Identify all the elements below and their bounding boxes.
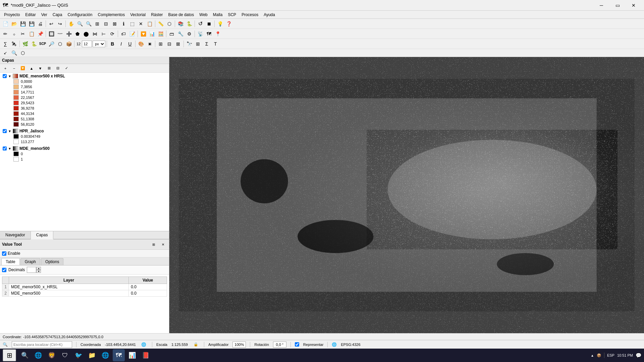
scale-btn[interactable]: ⊞ — [194, 40, 202, 48]
tray-dropbox[interactable]: 📦 — [597, 353, 601, 358]
taskbar-shield[interactable]: 🛡 — [59, 349, 71, 361]
zoom-layer-btn[interactable]: ⊟ — [102, 20, 110, 28]
vt-tab-graph[interactable]: Graph — [20, 258, 40, 265]
layers-remove-btn[interactable]: − — [10, 64, 18, 72]
text-btn[interactable]: T — [211, 40, 219, 48]
layers-select-btn[interactable]: ✓ — [62, 64, 70, 72]
qgis-btn[interactable]: 🌿 — [21, 40, 29, 48]
coord-btn[interactable]: 📍 — [214, 30, 222, 38]
rotacion-input[interactable] — [273, 342, 286, 348]
toolbar4-btn2[interactable]: 🔍 — [10, 49, 18, 57]
cancel-render-btn[interactable]: ⏹ — [205, 20, 213, 28]
plugin5-btn[interactable]: 📦 — [65, 40, 73, 48]
menu-vectorial[interactable]: Vectorial — [127, 11, 148, 18]
tray-notification[interactable]: 💬 — [636, 353, 641, 358]
scp2-btn[interactable]: SCP — [39, 40, 47, 48]
menu-web[interactable]: Web — [197, 11, 210, 18]
toolbar4-btn3[interactable]: ⬡ — [19, 49, 27, 57]
trace-btn[interactable]: 〰 — [56, 30, 64, 38]
help-btn[interactable]: ❓ — [225, 20, 233, 28]
cut-btn[interactable]: ✂ — [19, 30, 27, 38]
scale-lock-btn[interactable]: 🔒 — [192, 341, 200, 349]
save-project-btn[interactable]: 💾 — [19, 20, 27, 28]
menu-ver[interactable]: Ver — [39, 11, 50, 18]
print-btn[interactable]: 🖨 — [36, 20, 44, 28]
vt-close-btn[interactable]: ✕ — [159, 240, 167, 248]
zoom-level-btn[interactable]: 🔭 — [185, 40, 193, 48]
open-project-btn[interactable]: 📂 — [10, 20, 18, 28]
vt-tab-table[interactable]: Table — [1, 258, 20, 265]
layers-up-btn[interactable]: ▲ — [28, 64, 36, 72]
reshape-btn[interactable]: ⟳ — [108, 30, 116, 38]
save-as-btn[interactable]: 💾 — [28, 20, 36, 28]
color2-btn[interactable]: ▣ — [146, 40, 154, 48]
layers-down-btn[interactable]: ▼ — [36, 64, 44, 72]
tray-language[interactable]: ESP — [607, 353, 614, 357]
measure-btn[interactable]: 📏 — [157, 20, 165, 28]
split-btn[interactable]: ⊢ — [100, 30, 108, 38]
menu-editar[interactable]: Editar — [22, 11, 38, 18]
representar-checkbox[interactable] — [295, 342, 299, 347]
zoom-full-btn[interactable]: ⊞ — [93, 20, 101, 28]
menu-configuracion[interactable]: Configuración — [65, 11, 95, 18]
db-btn[interactable]: 🗃 — [168, 30, 176, 38]
taskbar-ppt[interactable]: 📊 — [126, 349, 138, 361]
field-calc-btn[interactable]: ∑ — [1, 40, 9, 48]
refresh-btn[interactable]: ↺ — [196, 20, 204, 28]
color1-btn[interactable]: 🎨 — [137, 40, 145, 48]
add-circle-btn[interactable]: ⬤ — [82, 30, 90, 38]
layer-expand-3[interactable]: ▼ — [8, 147, 11, 150]
plugin3-btn[interactable]: 🔎 — [47, 40, 55, 48]
annotate-btn[interactable]: 📝 — [128, 30, 136, 38]
minimize-button[interactable]: ─ — [594, 0, 609, 11]
tab-capas[interactable]: Capas — [31, 231, 54, 239]
snap-btn[interactable]: 🔲 — [47, 30, 55, 38]
bold-btn[interactable]: B — [108, 40, 116, 48]
plugin2-btn[interactable]: ⚙ — [185, 30, 193, 38]
gps-btn[interactable]: 📡 — [196, 30, 204, 38]
scale2-btn[interactable]: Σ — [203, 40, 211, 48]
layers-collapse-btn[interactable]: ⊟ — [54, 64, 62, 72]
measure-area-btn[interactable]: ⬡ — [165, 20, 173, 28]
georef2-btn[interactable]: ⊟ — [165, 40, 173, 48]
taskbar-app1[interactable]: 🐦 — [72, 349, 85, 361]
menu-complementos[interactable]: Complementos — [95, 11, 127, 18]
taskbar-brave[interactable]: 🦁 — [46, 349, 58, 361]
decimals-checkbox[interactable] — [2, 268, 6, 272]
attribute-table-btn[interactable]: 📋 — [146, 20, 154, 28]
deselect-btn[interactable]: ✕ — [137, 20, 145, 28]
tray-up-icon[interactable]: ▲ — [591, 354, 594, 357]
layer-expand-2[interactable]: ▼ — [8, 129, 11, 133]
toolbar4-btn1[interactable]: ↙ — [1, 49, 9, 57]
decimals-input[interactable]: 1 — [27, 267, 36, 273]
start-button[interactable]: ⊞ — [3, 349, 16, 361]
close-button[interactable]: ✕ — [626, 0, 641, 11]
locator-input[interactable] — [12, 341, 72, 348]
zoom-select-btn[interactable]: ⊠ — [111, 20, 119, 28]
menu-capa[interactable]: Capa — [50, 11, 65, 18]
tips-btn[interactable]: 💡 — [216, 20, 224, 28]
layer-row-1[interactable]: ▼ MDE_menor500 x HRSL — [1, 73, 168, 79]
identify-btn[interactable]: ℹ — [119, 20, 127, 28]
menu-raster[interactable]: Ráster — [148, 11, 165, 18]
taskbar-search[interactable]: 🔍 — [19, 349, 31, 361]
decimals-up-btn[interactable]: ▲ — [36, 267, 41, 270]
merge-btn[interactable]: ⋈ — [91, 30, 99, 38]
font-size-input[interactable] — [82, 41, 92, 47]
python-btn[interactable]: 🐍 — [185, 20, 193, 28]
layers-filter-btn[interactable]: 🔽 — [19, 64, 27, 72]
menu-procesos[interactable]: Procesos — [239, 11, 261, 18]
stats-btn[interactable]: 📊 — [148, 30, 156, 38]
add-feature-btn[interactable]: ➕ — [65, 30, 73, 38]
layers-add-btn[interactable]: + — [1, 64, 9, 72]
undo-btn[interactable]: ↩ — [47, 20, 55, 28]
vt-enable-checkbox[interactable] — [2, 251, 6, 256]
georef-btn[interactable]: ⊞ — [157, 40, 165, 48]
scp-btn[interactable]: 🛰 — [10, 40, 18, 48]
layer-expand-1[interactable]: ▼ — [8, 74, 11, 78]
amplificador-input[interactable] — [232, 342, 246, 348]
new-project-btn[interactable]: 📄 — [1, 20, 9, 28]
filter-btn[interactable]: 🔽 — [139, 30, 147, 38]
zoom-out-btn[interactable]: 🔍 — [85, 20, 93, 28]
layer-row-2[interactable]: ▼ HPR_Jalisco — [1, 128, 168, 134]
